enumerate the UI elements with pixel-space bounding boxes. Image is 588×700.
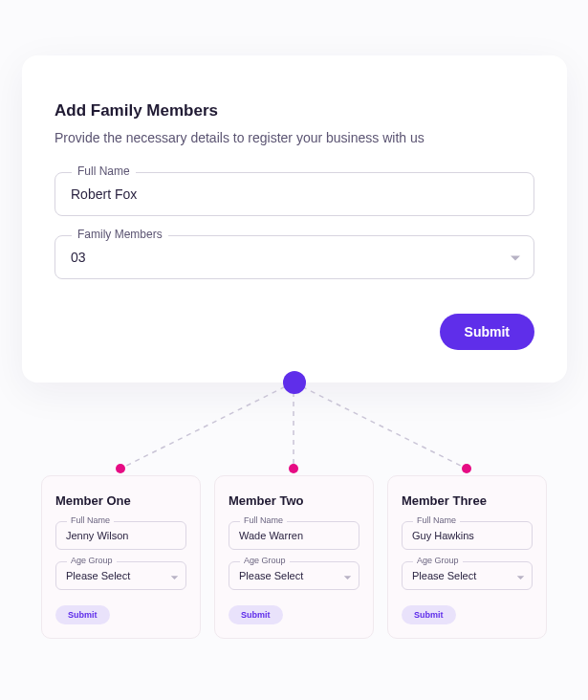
- main-form-card: Add Family Members Provide the necessary…: [22, 55, 567, 383]
- family-members-label: Family Members: [72, 228, 168, 241]
- member-fullname-input[interactable]: [55, 521, 186, 550]
- full-name-input[interactable]: [54, 172, 534, 216]
- full-name-field-wrap: Full Name: [54, 172, 534, 216]
- member-agegroup-label: Age Group: [67, 556, 117, 565]
- member-fullname-wrap: Full Name: [402, 521, 533, 550]
- main-title: Add Family Members: [54, 101, 534, 120]
- member-dot-icon: [116, 464, 125, 473]
- member-card-three: Member Three Full Name Age Group Submit: [387, 475, 547, 639]
- member-agegroup-wrap: Age Group: [229, 561, 359, 590]
- member-agegroup-label: Age Group: [413, 556, 463, 565]
- main-subtitle: Provide the necessary details to registe…: [54, 130, 534, 145]
- member-dot-icon: [289, 464, 298, 473]
- member-agegroup-wrap: Age Group: [55, 561, 186, 590]
- member-agegroup-select[interactable]: [402, 561, 533, 590]
- member-agegroup-select[interactable]: [229, 561, 359, 590]
- member-agegroup-select[interactable]: [55, 561, 186, 590]
- member-submit-button[interactable]: Submit: [55, 605, 110, 624]
- member-title: Member Two: [229, 493, 359, 508]
- member-fullname-input[interactable]: [229, 521, 359, 550]
- submit-row: Submit: [54, 314, 534, 350]
- family-members-field-wrap: Family Members: [54, 235, 534, 279]
- member-fullname-wrap: Full Name: [229, 521, 359, 550]
- svg-line-0: [120, 383, 294, 469]
- member-title: Member One: [55, 493, 186, 508]
- member-dot-icon: [462, 464, 471, 473]
- members-row: Member One Full Name Age Group Submit Me…: [41, 475, 547, 639]
- member-fullname-input[interactable]: [402, 521, 533, 550]
- member-title: Member Three: [402, 493, 533, 508]
- svg-line-2: [294, 383, 467, 469]
- member-card-two: Member Two Full Name Age Group Submit: [214, 475, 374, 639]
- member-submit-button[interactable]: Submit: [402, 605, 456, 624]
- member-fullname-label: Full Name: [413, 515, 460, 525]
- submit-button[interactable]: Submit: [440, 314, 534, 350]
- member-fullname-label: Full Name: [240, 515, 287, 525]
- member-fullname-wrap: Full Name: [55, 521, 186, 550]
- member-submit-button[interactable]: Submit: [229, 605, 283, 624]
- family-members-select[interactable]: [54, 235, 534, 279]
- member-fullname-label: Full Name: [67, 515, 114, 525]
- member-agegroup-wrap: Age Group: [402, 561, 533, 590]
- member-agegroup-label: Age Group: [240, 556, 290, 565]
- connector-hub-icon: [283, 371, 306, 394]
- member-card-one: Member One Full Name Age Group Submit: [41, 475, 201, 639]
- full-name-label: Full Name: [72, 164, 136, 178]
